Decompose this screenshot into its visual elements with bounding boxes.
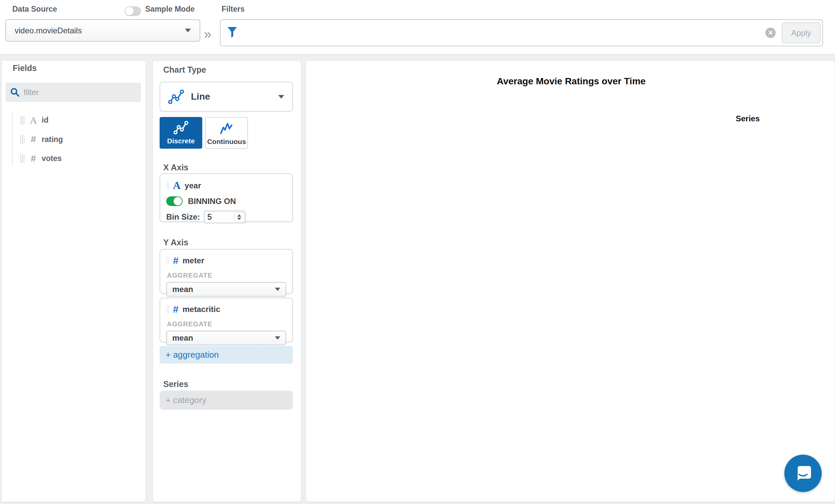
drag-handle-icon[interactable]: [166, 182, 169, 190]
add-category-button[interactable]: + category: [160, 391, 293, 410]
fields-panel: Fields Aid#rating#votes: [1, 60, 146, 502]
number-type-icon: #: [173, 304, 179, 315]
fields-list: Aid#rating#votes: [2, 111, 146, 168]
top-toolbar: Data Source Sample Mode Filters video.mo…: [0, 0, 835, 55]
data-source-value: video.movieDetails: [15, 26, 185, 35]
drag-handle-icon[interactable]: [166, 305, 169, 313]
line-chart-icon: [168, 89, 184, 104]
chart-builder-panel: Chart Type Line Discrete Continuous X Ax…: [152, 60, 301, 502]
discrete-line-icon: [173, 120, 189, 135]
chevron-down-icon: [275, 288, 280, 291]
filters-label: Filters: [222, 5, 245, 14]
funnel-icon: [227, 27, 237, 38]
y-axis-field-name: metacritic: [183, 305, 220, 314]
add-aggregation-button[interactable]: + aggregation: [160, 346, 293, 364]
binning-label: BINNING ON: [188, 197, 236, 206]
fields-search-box[interactable]: [6, 83, 141, 102]
clear-filter-icon[interactable]: ✕: [766, 28, 776, 38]
y-axis-field-card[interactable]: # meter AGGREGATE mean: [160, 249, 293, 294]
discrete-label: Discrete: [160, 137, 202, 145]
search-icon: [10, 88, 20, 97]
series-title: Series: [163, 379, 188, 389]
chat-launcher-button[interactable]: [785, 455, 822, 492]
discrete-mode-button[interactable]: Discrete: [160, 117, 202, 149]
aggregate-value: mean: [172, 285, 275, 294]
y-axis-field-name: meter: [183, 256, 204, 265]
sample-mode-label: Sample Mode: [145, 5, 195, 14]
number-type-icon: #: [28, 153, 39, 164]
stepper-down-icon: [237, 218, 241, 220]
aggregate-label: AGGREGATE: [167, 320, 286, 328]
chart-type-value: Line: [191, 91, 278, 102]
toggle-knob: [125, 7, 134, 15]
stepper-up-icon: [237, 214, 241, 217]
x-axis-field-name: year: [185, 181, 201, 190]
bin-size-label: Bin Size:: [166, 212, 200, 222]
drag-handle-icon: [20, 135, 24, 144]
continuous-mode-button[interactable]: Continuous: [205, 117, 248, 149]
fields-panel-title: Fields: [13, 63, 37, 73]
sample-mode-toggle[interactable]: [125, 6, 141, 16]
data-source-dropdown[interactable]: video.movieDetails: [5, 19, 200, 42]
binning-toggle[interactable]: [166, 196, 183, 206]
aggregate-label: AGGREGATE: [167, 272, 286, 279]
string-type-icon: A: [28, 115, 39, 126]
chevron-down-icon: [275, 336, 280, 340]
aggregate-select[interactable]: mean: [166, 282, 286, 297]
data-source-label: Data Source: [12, 5, 57, 14]
string-type-icon: A: [173, 179, 181, 191]
drag-handle-icon[interactable]: [166, 257, 169, 265]
legend-title: Series: [736, 114, 760, 123]
chart-legend: Series: [736, 114, 760, 127]
y-axis-field-card[interactable]: # metacritic AGGREGATE mean: [160, 298, 293, 342]
number-type-icon: #: [173, 255, 179, 266]
chevron-down-icon: [185, 29, 191, 32]
x-axis-title: X Axis: [163, 163, 189, 172]
number-type-icon: #: [28, 134, 39, 145]
aggregate-select[interactable]: mean: [166, 331, 286, 345]
drag-handle-icon: [20, 154, 24, 163]
field-item-rating[interactable]: #rating: [2, 130, 146, 149]
x-axis-field-card[interactable]: A year BINNING ON Bin Size:: [160, 173, 293, 222]
bin-size-input[interactable]: [205, 211, 233, 223]
chevron-down-icon: [278, 95, 284, 99]
drag-handle-icon: [20, 116, 24, 125]
field-item-id[interactable]: Aid: [2, 111, 146, 130]
filter-input[interactable]: [241, 22, 835, 43]
chart-preview-panel: Average Movie Ratings over Time Series: [306, 60, 835, 502]
field-item-votes[interactable]: #votes: [2, 149, 146, 168]
line-chart: [306, 61, 835, 502]
chart-type-dropdown[interactable]: Line: [160, 82, 293, 112]
filter-query-bar[interactable]: ✕ Apply: [220, 19, 823, 46]
y-axis-title: Y Axis: [163, 238, 188, 247]
apply-button[interactable]: Apply: [782, 22, 821, 43]
continuous-label: Continuous: [206, 138, 247, 146]
number-stepper[interactable]: [234, 212, 244, 222]
aggregate-value: mean: [172, 333, 275, 343]
chart-type-label: Chart Type: [163, 65, 206, 75]
chat-bubble-icon: [793, 464, 813, 483]
continuous-line-icon: [219, 121, 234, 136]
double-chevron-icon: »: [204, 27, 211, 42]
fields-filter-input[interactable]: [24, 88, 134, 97]
toggle-knob: [174, 197, 182, 205]
